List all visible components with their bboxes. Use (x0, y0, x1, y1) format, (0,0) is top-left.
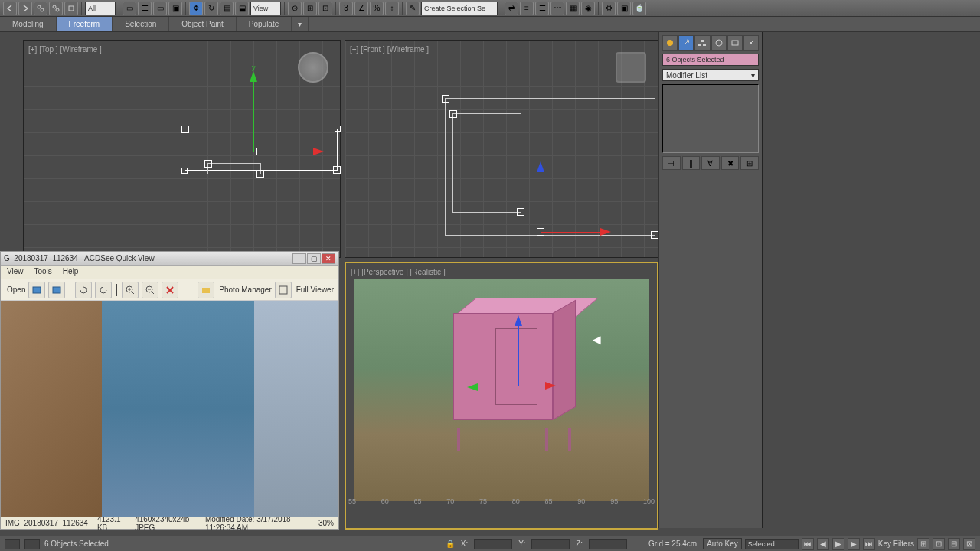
next-image-button[interactable] (48, 282, 65, 298)
full-viewer-icon[interactable] (275, 282, 292, 298)
modify-tab[interactable] (678, 35, 694, 51)
spinner-snap-button[interactable]: ↕ (385, 2, 399, 15)
nav-3-button[interactable]: ⊟ (948, 538, 960, 550)
viewcube-front[interactable] (616, 52, 646, 83)
tab-selection[interactable]: Selection (113, 17, 169, 31)
script-listener-button[interactable] (5, 539, 20, 549)
viewport-top-label[interactable]: [+] [Top ] [Wireframe ] (28, 45, 102, 54)
ref-coord-dropdown[interactable]: View (250, 2, 281, 15)
bind-button[interactable] (64, 2, 78, 15)
acdsee-titlebar[interactable]: G_20180317_112634 - ACDSee Quick View — … (1, 252, 338, 266)
modifier-stack[interactable] (662, 84, 759, 153)
undo-button[interactable] (3, 2, 17, 15)
viewport-persp-label[interactable]: [+] [Perspective ] [Realistic ] (351, 268, 446, 276)
script-button[interactable] (24, 539, 40, 549)
zoom-in-button[interactable] (122, 282, 139, 298)
manipulate-button[interactable]: ⊞ (303, 2, 317, 15)
pivot-button[interactable]: ⊙ (288, 2, 302, 15)
open-button[interactable]: Open (7, 285, 25, 294)
key-filters-button[interactable]: Key Filters (878, 540, 914, 548)
tab-modeling[interactable]: Modeling (0, 17, 57, 31)
keyboard-button[interactable]: ⊡ (318, 2, 332, 15)
redo-button[interactable] (18, 2, 32, 15)
render-button[interactable]: 🍵 (632, 2, 646, 15)
unlink-button[interactable] (49, 2, 63, 15)
z-coord-field[interactable] (589, 539, 627, 549)
align-button[interactable]: ≡ (520, 2, 534, 15)
layers-button[interactable]: ☰ (535, 2, 549, 15)
configure-button[interactable]: ⊞ (740, 156, 759, 170)
delete-button[interactable] (162, 282, 178, 298)
render-frame-button[interactable]: ▣ (617, 2, 631, 15)
maximize-button[interactable]: ▢ (307, 253, 321, 264)
selection-set-dropdown[interactable]: Create Selection Se (421, 2, 498, 15)
full-viewer-button[interactable]: Full Viewer (296, 285, 334, 294)
rotate-left-button[interactable] (75, 282, 92, 298)
select-name-button[interactable]: ☰ (138, 2, 152, 15)
percent-snap-button[interactable]: % (370, 2, 384, 15)
selection-filter-dropdown[interactable]: All (85, 2, 116, 15)
angle-snap-button[interactable]: ∠ (354, 2, 368, 15)
snap-button[interactable]: 3 (339, 2, 353, 15)
viewport-perspective[interactable]: [+] [Perspective ] [Realistic ] ◄ (345, 262, 658, 530)
select-region-button[interactable]: ▭ (153, 2, 167, 15)
auto-key-button[interactable]: Auto Key (703, 538, 742, 549)
timeline[interactable]: 55 60 65 70 75 80 85 90 95 100 (345, 494, 658, 509)
tab-freeform[interactable]: Freeform (57, 17, 113, 31)
nav-2-button[interactable]: ⊡ (933, 538, 945, 550)
scale-button[interactable]: ▤ (220, 2, 234, 15)
zoom-out-button[interactable] (142, 282, 158, 298)
make-unique-button[interactable]: ∀ (701, 156, 720, 170)
close-button[interactable]: ✕ (322, 253, 335, 264)
material-editor-button[interactable]: ◉ (581, 2, 595, 15)
lock-icon[interactable]: 🔒 (446, 540, 455, 548)
goto-end-button[interactable]: ⏭ (863, 538, 875, 550)
prev-frame-button[interactable]: ◀ (817, 538, 829, 550)
create-tab[interactable] (662, 35, 678, 51)
tab-populate[interactable]: Populate (237, 17, 292, 31)
nav-1-button[interactable]: ⊞ (917, 538, 929, 550)
selection-name-field[interactable]: 6 Objects Selected (662, 54, 759, 66)
key-mode-dropdown[interactable]: Selected (745, 539, 799, 549)
viewport-top[interactable]: [+] [Top ] [Wireframe ] y (23, 40, 341, 258)
motion-tab[interactable] (711, 35, 727, 51)
y-coord-field[interactable] (531, 539, 570, 549)
hierarchy-tab[interactable] (694, 35, 710, 51)
pin-stack-button[interactable]: ⊣ (662, 156, 681, 170)
utilities-tab[interactable] (743, 35, 759, 51)
next-frame-button[interactable]: ▶ (848, 538, 860, 550)
viewport-front-label[interactable]: [+] [Front ] [Wireframe ] (350, 45, 429, 54)
display-tab[interactable] (727, 35, 743, 51)
select-button[interactable]: ▭ (122, 2, 136, 15)
curve-editor-button[interactable]: 〰 (550, 2, 564, 15)
nav-4-button[interactable]: ⊠ (963, 538, 975, 550)
rotate-right-button[interactable] (95, 282, 112, 298)
menu-tools[interactable]: Tools (34, 267, 52, 277)
menu-view[interactable]: View (7, 267, 24, 277)
minimize-button[interactable]: — (292, 253, 306, 264)
remove-modifier-button[interactable]: ✖ (721, 156, 740, 170)
play-button[interactable]: ▶ (832, 538, 844, 550)
window-crossing-button[interactable]: ▣ (168, 2, 182, 15)
goto-start-button[interactable]: ⏮ (802, 538, 814, 550)
viewcube-top[interactable] (298, 52, 328, 83)
x-coord-field[interactable] (474, 539, 512, 549)
schematic-button[interactable]: ▦ (566, 2, 580, 15)
prev-image-button[interactable] (28, 282, 45, 298)
rotate-button[interactable]: ↻ (204, 2, 218, 15)
acdsee-window[interactable]: G_20180317_112634 - ACDSee Quick View — … (0, 251, 339, 530)
named-sel-button[interactable]: ✎ (406, 2, 420, 15)
viewport-front[interactable]: [+] [Front ] [Wireframe ] (345, 40, 658, 258)
tab-object-paint[interactable]: Object Paint (169, 17, 236, 31)
photo-manager-button[interactable]: Photo Manager (219, 285, 271, 294)
placement-button[interactable]: ⬓ (235, 2, 249, 15)
mirror-button[interactable]: ⇄ (505, 2, 518, 15)
show-result-button[interactable]: ‖ (682, 156, 701, 170)
link-button[interactable] (34, 2, 47, 15)
photo-manager-icon[interactable] (198, 282, 214, 298)
menu-help[interactable]: Help (63, 267, 79, 277)
move-button[interactable]: ✥ (189, 2, 203, 15)
acdsee-image-view[interactable] (1, 301, 338, 517)
modifier-list-dropdown[interactable]: Modifier List▾ (662, 69, 759, 81)
ribbon-toggle[interactable]: ▾ (292, 17, 309, 31)
